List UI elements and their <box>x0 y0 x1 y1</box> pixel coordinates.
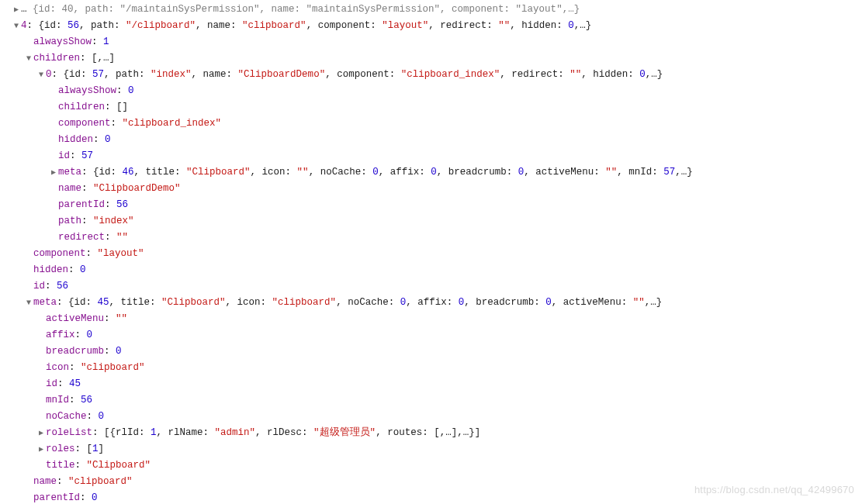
token-num: 0 <box>431 167 437 178</box>
token-punc: : <box>80 492 92 503</box>
tree-row[interactable]: ▼meta: {id: 45, title: "Clipboard", icon… <box>0 295 862 311</box>
chevron-right-icon[interactable]: ▶ <box>50 165 57 181</box>
tree-row[interactable]: ▼0: {id: 57, path: "index", name: "Clipb… <box>0 67 862 83</box>
tree-row[interactable]: ▶component: "layout" <box>0 246 862 262</box>
row-content[interactable]: path: "index" <box>58 213 134 229</box>
tree-row[interactable]: ▶alwaysShow: 0 <box>0 83 862 99</box>
row-content[interactable]: parentId: 0 <box>33 490 98 504</box>
row-content[interactable]: id: 45 <box>46 376 81 392</box>
chevron-down-icon[interactable]: ▼ <box>25 295 33 311</box>
chevron-down-icon[interactable]: ▼ <box>12 19 20 34</box>
row-content[interactable]: parentId: 56 <box>58 197 128 212</box>
row-content[interactable]: roleList: [{rlId: 1, rlName: "admin", rl… <box>46 425 480 440</box>
chevron-right-icon[interactable]: ▶ <box>37 426 45 441</box>
tree-row[interactable]: ▶hidden: 0 <box>0 262 862 278</box>
token-str: "" <box>498 20 510 31</box>
row-content[interactable]: breadcrumb: 0 <box>46 343 122 359</box>
row-content[interactable]: name: "ClipboardDemo" <box>58 181 181 196</box>
tree-row[interactable]: ▶meta: {id: 46, title: "Clipboard", icon… <box>0 164 862 181</box>
tree-row[interactable]: ▶component: "clipboard_index" <box>0 116 862 132</box>
row-content[interactable]: name: "clipboard" <box>33 474 133 489</box>
row-content[interactable]: 4: {id: 56, path: "/clipboard", name: "c… <box>21 18 591 33</box>
row-content[interactable]: component: "layout" <box>33 246 144 261</box>
token-punc: {id: <box>68 297 98 308</box>
token-punc: , noCache: <box>309 167 373 178</box>
token-key: breadcrumb <box>46 346 104 357</box>
token-punc: , activeMenu: <box>524 167 605 178</box>
token-dim: {id: 40, path: "/maintainSysPermission",… <box>33 4 580 15</box>
token-punc: : <box>52 69 64 80</box>
tree-row[interactable]: ▶id: 57 <box>0 148 862 164</box>
chevron-down-icon[interactable]: ▼ <box>25 51 33 67</box>
tree-row[interactable]: ▶children: [] <box>0 99 862 116</box>
row-content[interactable]: meta: {id: 46, title: "Clipboard", icon:… <box>58 164 693 180</box>
row-content[interactable]: children: [] <box>58 99 128 115</box>
row-content[interactable]: redirect: "" <box>58 230 128 245</box>
token-punc: , rlName: <box>157 427 215 438</box>
tree-row[interactable]: ▶parentId: 56 <box>0 197 862 213</box>
token-str: "ClipboardDemo" <box>238 69 326 80</box>
tree-row[interactable]: ▼children: [,…] <box>0 50 862 67</box>
tree-row[interactable]: ▶name: "clipboard" <box>0 474 862 490</box>
token-punc: {id: <box>93 167 123 178</box>
tree-row[interactable]: ▶title: "Clipboard" <box>0 457 862 474</box>
token-key: activeMenu <box>46 313 104 324</box>
tree-row[interactable]: ▶path: "index" <box>0 213 862 230</box>
tree-row[interactable]: ▶id: 56 <box>0 278 862 295</box>
row-content[interactable]: hidden: 0 <box>58 132 111 147</box>
token-punc: : <box>104 346 116 357</box>
row-content[interactable]: title: "Clipboard" <box>46 457 151 473</box>
chevron-right-icon[interactable]: ▶ <box>12 2 20 18</box>
token-punc: , hidden: <box>510 20 568 31</box>
tree-row[interactable]: ▶roles: [1] <box>0 441 862 457</box>
token-str: "超级管理员" <box>313 427 376 438</box>
row-content[interactable]: mnId: 56 <box>46 392 92 408</box>
token-num: 56 <box>57 281 68 292</box>
row-content[interactable]: activeMenu: "" <box>46 311 127 326</box>
row-content[interactable]: meta: {id: 45, title: "Clipboard", icon:… <box>33 295 662 310</box>
tree-row[interactable]: ▼4: {id: 56, path: "/clipboard", name: "… <box>0 18 862 34</box>
token-punc: , title: <box>134 167 187 178</box>
token-key: component <box>58 118 111 129</box>
tree-row[interactable]: ▶roleList: [{rlId: 1, rlName: "admin", r… <box>0 425 862 441</box>
token-key: 0 <box>46 69 52 80</box>
token-punc: , mnId: <box>617 167 663 178</box>
json-tree[interactable]: ▶… {id: 40, path: "/maintainSysPermissio… <box>0 0 862 504</box>
tree-row[interactable]: ▶breadcrumb: 0 <box>0 343 862 360</box>
token-num: 0 <box>545 297 552 308</box>
row-content[interactable]: children: [,…] <box>33 50 115 66</box>
tree-row[interactable]: ▶parentId: 0 <box>0 490 862 504</box>
row-content[interactable]: hidden: 0 <box>33 262 86 278</box>
chevron-down-icon[interactable]: ▼ <box>37 67 45 83</box>
tree-row[interactable]: ▶noCache: 0 <box>0 409 862 425</box>
tree-row[interactable]: ▶icon: "clipboard" <box>0 360 862 376</box>
token-key: affix <box>46 330 75 340</box>
row-content[interactable]: icon: "clipboard" <box>46 360 145 375</box>
chevron-right-icon[interactable]: ▶ <box>37 442 45 457</box>
row-content[interactable]: … {id: 40, path: "/maintainSysPermission… <box>21 2 580 17</box>
row-content[interactable]: noCache: 0 <box>46 409 104 424</box>
token-key: icon <box>46 362 69 373</box>
tree-row[interactable]: ▶alwaysShow: 1 <box>0 34 862 50</box>
token-punc: ,…} <box>645 297 663 308</box>
row-content[interactable]: id: 56 <box>33 278 68 294</box>
row-content[interactable]: roles: [1] <box>46 441 104 457</box>
row-content[interactable]: id: 57 <box>58 148 93 164</box>
tree-row[interactable]: ▶… {id: 40, path: "/maintainSysPermissio… <box>0 2 862 18</box>
token-str: "clipboard_index" <box>401 69 500 80</box>
tree-row[interactable]: ▶name: "ClipboardDemo" <box>0 181 862 197</box>
tree-row[interactable]: ▶mnId: 56 <box>0 392 862 409</box>
tree-row[interactable]: ▶affix: 0 <box>0 327 862 343</box>
tree-row[interactable]: ▶redirect: "" <box>0 230 862 246</box>
row-content[interactable]: component: "clipboard_index" <box>58 116 221 131</box>
tree-row[interactable]: ▶hidden: 0 <box>0 132 862 148</box>
token-num: 0 <box>116 346 122 357</box>
row-content[interactable]: 0: {id: 57, path: "index", name: "Clipbo… <box>46 67 663 82</box>
row-content[interactable]: alwaysShow: 1 <box>33 34 109 50</box>
tree-row[interactable]: ▶id: 45 <box>0 376 862 392</box>
row-content[interactable]: affix: 0 <box>46 327 92 343</box>
row-content[interactable]: alwaysShow: 0 <box>58 83 134 98</box>
token-key: noCache <box>46 411 87 422</box>
tree-row[interactable]: ▶activeMenu: "" <box>0 311 862 327</box>
token-punc: : <box>70 150 81 161</box>
